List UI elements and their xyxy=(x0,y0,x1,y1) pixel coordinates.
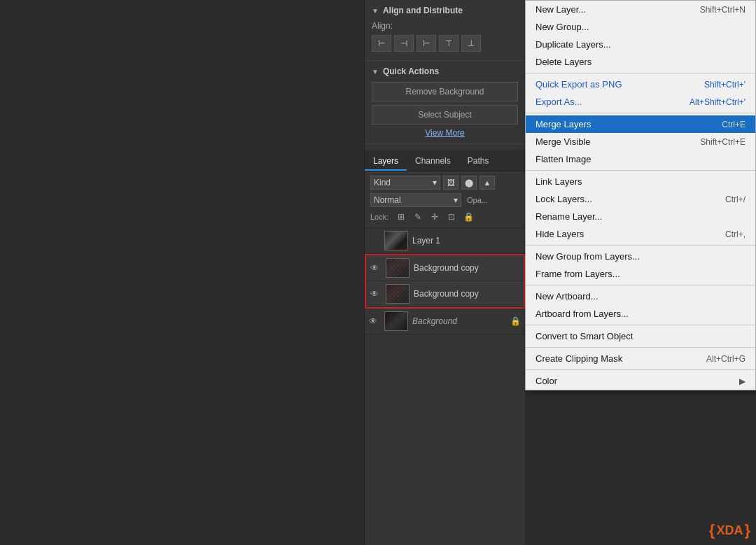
separator-3 xyxy=(526,170,755,171)
menu-convert-smart-object-label: Convert to Smart Object xyxy=(536,331,633,341)
menu-color[interactable]: Color ▶ xyxy=(526,372,755,390)
separator-7 xyxy=(526,347,755,348)
menu-lock-layers[interactable]: Lock Layers... Ctrl+/ xyxy=(526,190,755,208)
menu-duplicate-layers-label: Duplicate Layers... xyxy=(536,39,611,50)
quick-actions-section: ▼ Quick Actions Remove Background Select… xyxy=(365,61,525,144)
menu-merge-layers-shortcut: Ctrl+E xyxy=(722,120,746,129)
lock-all-btn[interactable]: 🔒 xyxy=(461,211,475,223)
menu-flatten-image[interactable]: Flatten Image xyxy=(526,150,755,168)
menu-delete-layers[interactable]: Delete Layers xyxy=(526,53,755,71)
quick-actions-title: Quick Actions xyxy=(383,66,439,76)
layer-filter-icon3[interactable]: ▲ xyxy=(479,176,495,190)
lock-move-btn[interactable]: ✛ xyxy=(428,211,442,223)
menu-new-layer-label: New Layer... xyxy=(536,4,586,15)
select-subject-button[interactable]: Select Subject xyxy=(372,105,518,125)
menu-link-layers[interactable]: Link Layers xyxy=(526,173,755,190)
menu-hide-shortcut: Ctrl+, xyxy=(725,229,746,239)
view-more-link[interactable]: View More xyxy=(372,128,518,138)
layer-item-background[interactable]: 👁 Background 🔒 xyxy=(365,309,525,334)
menu-quick-export[interactable]: Quick Export as PNG Shift+Ctrl+' xyxy=(526,76,755,93)
menu-quick-export-label: Quick Export as PNG xyxy=(536,79,622,90)
menu-new-group-from-layers[interactable]: New Group from Layers... xyxy=(526,248,755,265)
lock-label: Lock: xyxy=(370,213,388,221)
lock-artboard-btn[interactable]: ⊡ xyxy=(444,211,458,223)
align-distribute-title: Align and Distribute xyxy=(383,6,463,15)
blend-mode-arrow: ▾ xyxy=(454,195,458,205)
menu-hide-layers[interactable]: Hide Layers Ctrl+, xyxy=(526,225,755,243)
separator-1 xyxy=(526,73,755,73)
align-top-btn[interactable]: ⊤ xyxy=(439,35,458,52)
layer-lock-icon: 🔒 xyxy=(510,316,521,326)
layers-list: 👁 Layer 1 👁 Background copy 👁 Background… xyxy=(365,228,525,334)
menu-artboard-from-layers-label: Artboard from Layers... xyxy=(536,309,629,319)
layer-filter-icon1[interactable]: 🖼 xyxy=(443,176,458,190)
xda-text: XDA xyxy=(716,523,743,538)
xda-logo: { XDA } xyxy=(709,521,750,539)
separator-4 xyxy=(526,245,755,246)
align-distribute-section: ▼ Align and Distribute Align: ⊢ ⊣ ⊢ ⊤ ⊥ xyxy=(365,0,525,61)
menu-frame-from-layers[interactable]: Frame from Layers... xyxy=(526,265,755,283)
align-right-btn[interactable]: ⊢ xyxy=(416,35,436,52)
align-left-btn[interactable]: ⊢ xyxy=(372,35,391,52)
menu-export-as[interactable]: Export As... Alt+Shift+Ctrl+' xyxy=(526,93,755,111)
menu-artboard-from-layers[interactable]: Artboard from Layers... xyxy=(526,305,755,323)
lock-paint-btn[interactable]: ✎ xyxy=(411,211,425,223)
quick-actions-header: ▼ Quick Actions xyxy=(372,66,518,76)
align-collapse-arrow[interactable]: ▼ xyxy=(372,7,379,15)
menu-color-label: Color xyxy=(536,376,557,386)
align-middle-btn[interactable]: ⊥ xyxy=(461,35,481,52)
menu-merge-visible[interactable]: Merge Visible Shift+Ctrl+E xyxy=(526,133,755,150)
selected-layers-group: 👁 Background copy 👁 Background copy xyxy=(365,254,525,309)
layer-thumb-background xyxy=(384,311,408,331)
layer-name-bgcopy2: Background copy xyxy=(414,289,519,299)
menu-new-layer[interactable]: New Layer... Shift+Ctrl+N xyxy=(526,1,755,18)
menu-export-as-shortcut: Alt+Shift+Ctrl+' xyxy=(690,97,746,107)
left-panel xyxy=(0,0,364,545)
menu-rename-layer[interactable]: Rename Layer... xyxy=(526,208,755,225)
menu-frame-from-layers-label: Frame from Layers... xyxy=(536,269,620,279)
layer-item-bgcopy1[interactable]: 👁 Background copy xyxy=(366,255,524,281)
menu-new-layer-shortcut: Shift+Ctrl+N xyxy=(700,5,746,15)
layer-filter-icon2[interactable]: ⬤ xyxy=(461,176,477,190)
eye-background[interactable]: 👁 xyxy=(369,316,382,326)
menu-export-as-label: Export As... xyxy=(536,97,582,107)
separator-2 xyxy=(526,113,755,113)
menu-new-artboard[interactable]: New Artboard... xyxy=(526,288,755,305)
layer-item-bgcopy2[interactable]: 👁 Background copy xyxy=(366,281,524,307)
layer-item-layer1[interactable]: 👁 Layer 1 xyxy=(365,228,525,254)
menu-new-group-label: New Group... xyxy=(536,22,589,32)
menu-merge-layers-label: Merge Layers xyxy=(536,119,591,129)
kind-select[interactable]: Kind ▾ xyxy=(370,176,440,190)
separator-5 xyxy=(526,285,755,285)
tab-paths[interactable]: Paths xyxy=(459,153,498,171)
menu-new-group[interactable]: New Group... xyxy=(526,18,755,36)
menu-convert-smart-object[interactable]: Convert to Smart Object xyxy=(526,327,755,345)
menu-new-group-from-layers-label: New Group from Layers... xyxy=(536,251,640,262)
separator-8 xyxy=(526,369,755,370)
menu-merge-visible-shortcut: Shift+Ctrl+E xyxy=(700,137,746,147)
layer-name-bgcopy1: Background copy xyxy=(414,263,519,273)
menu-new-artboard-label: New Artboard... xyxy=(536,291,598,302)
remove-background-button[interactable]: Remove Background xyxy=(372,82,518,101)
kind-row: Kind ▾ 🖼 ⬤ ▲ xyxy=(370,176,519,190)
menu-flatten-image-label: Flatten Image xyxy=(536,154,592,164)
menu-lock-layers-label: Lock Layers... xyxy=(536,194,592,204)
align-center-h-btn[interactable]: ⊣ xyxy=(394,35,414,52)
layer-controls: Kind ▾ 🖼 ⬤ ▲ Normal ▾ Opa... Lock: ⊞ ✎ ✛… xyxy=(365,171,525,228)
menu-create-clipping-mask[interactable]: Create Clipping Mask Alt+Ctrl+G xyxy=(526,350,755,367)
menu-rename-layer-label: Rename Layer... xyxy=(536,211,602,222)
blend-mode-select[interactable]: Normal ▾ xyxy=(370,193,461,207)
lock-pixels-btn[interactable]: ⊞ xyxy=(394,211,408,223)
menu-hide-layers-label: Hide Layers xyxy=(536,229,584,239)
menu-merge-layers[interactable]: Merge Layers Ctrl+E xyxy=(526,115,755,133)
align-distribute-header: ▼ Align and Distribute xyxy=(372,6,518,15)
quick-actions-collapse-arrow[interactable]: ▼ xyxy=(372,68,379,76)
tab-channels[interactable]: Channels xyxy=(407,153,459,171)
eye-bgcopy2[interactable]: 👁 xyxy=(370,289,383,299)
menu-link-layers-label: Link Layers xyxy=(536,176,582,187)
menu-duplicate-layers[interactable]: Duplicate Layers... xyxy=(526,36,755,53)
kind-select-label: Kind xyxy=(374,178,391,187)
eye-bgcopy1[interactable]: 👁 xyxy=(370,263,383,273)
tab-layers[interactable]: Layers xyxy=(365,153,407,171)
context-menu: New Layer... Shift+Ctrl+N New Group... D… xyxy=(525,0,756,390)
